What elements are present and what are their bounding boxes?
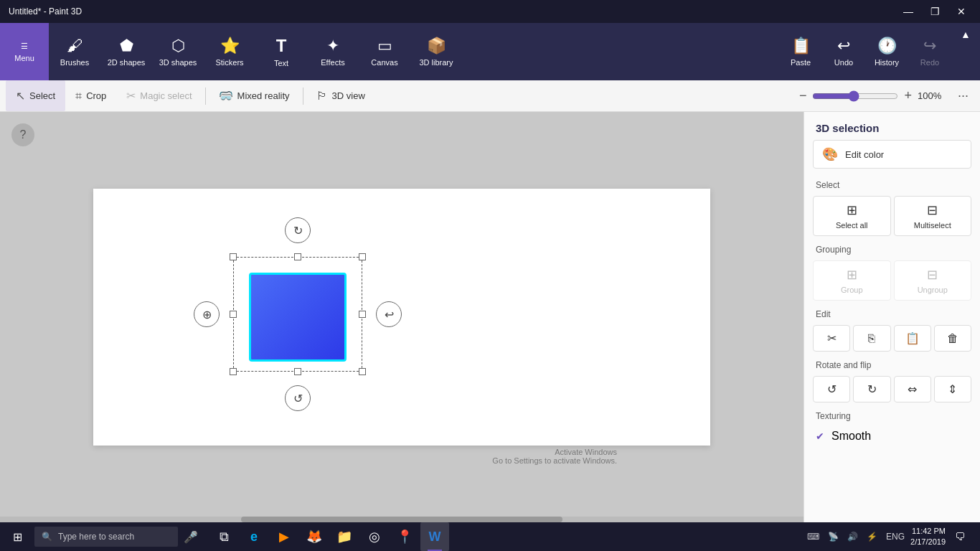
close-button[interactable]: ✕	[951, 3, 971, 20]
handle-top-right[interactable]	[359, 253, 366, 260]
menu-button[interactable]: ☰ Menu	[0, 23, 49, 80]
zoom-slider[interactable]	[812, 90, 898, 102]
clock-time: 11:42 PM	[910, 526, 946, 537]
system-clock[interactable]: 11:42 PM 2/17/2019	[910, 526, 946, 548]
mixed-reality-label: Mixed reality	[237, 90, 290, 101]
handle-bottom-left[interactable]	[230, 368, 237, 375]
paste-button[interactable]: 📋	[894, 325, 931, 352]
taskbar-search[interactable]: 🔍 Type here to search	[34, 527, 178, 547]
text-icon: T	[276, 36, 287, 56]
handle-mid-right[interactable]	[359, 311, 366, 318]
select-tool[interactable]: ↖ Select	[6, 80, 65, 111]
select-all-icon: ⊞	[847, 202, 857, 218]
language-indicator[interactable]: ENG	[883, 532, 908, 542]
panel-title: 3D selection	[804, 112, 980, 140]
multiselect-button[interactable]: ⊟ Multiselect	[894, 196, 972, 236]
paste-label: Paste	[791, 58, 811, 67]
start-button[interactable]: ⊞	[3, 522, 32, 551]
flip-vertical-icon: ⇕	[948, 382, 957, 396]
handle-top-left[interactable]	[230, 253, 237, 260]
canvas-white[interactable]: ↻ ⊕ ↩	[93, 189, 710, 446]
handle-top-mid[interactable]	[294, 253, 301, 260]
taskbar-task-view[interactable]: ⧉	[209, 522, 238, 551]
cut-icon: ✂	[827, 331, 837, 345]
toolbar-item-text[interactable]: T Text	[255, 23, 307, 80]
3d-view-tool[interactable]: 🏳 3D view	[306, 80, 375, 111]
battery-icon[interactable]: ⚡	[864, 532, 880, 542]
taskbar-maps[interactable]: 📍	[390, 522, 419, 551]
volume-icon[interactable]: 🔊	[844, 532, 861, 542]
group-label: Group	[841, 286, 863, 294]
cut-button[interactable]: ✂	[813, 325, 850, 352]
more-options-button[interactable]: ···	[952, 87, 974, 105]
flip-horizontal-button[interactable]: ⇔	[894, 376, 931, 402]
taskbar-file-explorer[interactable]: 📁	[330, 522, 359, 551]
task-view-icon: ⧉	[220, 529, 229, 545]
toolbar-item-3d-shapes[interactable]: ⬡ 3D shapes	[152, 23, 204, 80]
rotate-bottom-handle[interactable]: ↺	[285, 385, 311, 411]
copy-button[interactable]: ⎘	[853, 325, 890, 352]
main-toolbar: ☰ Menu 🖌 Brushes ⬟ 2D shapes ⬡ 3D shapes…	[0, 23, 980, 80]
handle-mid-left[interactable]	[230, 311, 237, 318]
rotate-right-button[interactable]: ↻	[853, 376, 890, 402]
side-handle-left[interactable]: ⊕	[194, 301, 220, 327]
canvas-icon: ▭	[377, 37, 392, 55]
toolbar-item-canvas[interactable]: ▭ Canvas	[359, 23, 410, 80]
help-button[interactable]: ?	[11, 123, 34, 146]
taskbar-firefox[interactable]: 🦊	[300, 522, 329, 551]
group-icon: ⊞	[847, 267, 857, 283]
magic-select-tool[interactable]: ✂ Magic select	[116, 80, 202, 111]
canvas-scrollbar[interactable]	[0, 517, 804, 522]
minimize-button[interactable]: —	[897, 3, 919, 20]
toolbar-redo[interactable]: ↪ Redo	[908, 23, 951, 80]
side-handle-right[interactable]: ↩	[376, 301, 402, 327]
zoom-in-button[interactable]: +	[904, 88, 912, 103]
toolbar-item-effects[interactable]: ✦ Effects	[307, 23, 359, 80]
zoom-out-button[interactable]: −	[799, 88, 807, 103]
3d-shapes-label: 3D shapes	[159, 58, 197, 67]
flip-vertical-button[interactable]: ⇕	[934, 376, 971, 402]
maximize-button[interactable]: ❐	[925, 3, 946, 20]
handle-bottom-right[interactable]	[359, 368, 366, 375]
toolbar-paste[interactable]: 📋 Paste	[779, 23, 822, 80]
group-button: ⊞ Group	[813, 260, 891, 301]
toolbar-item-3d-library[interactable]: 📦 3D library	[410, 23, 462, 80]
keyboard-icon[interactable]: ⌨	[804, 532, 822, 542]
toolbar-undo[interactable]: ↩ Undo	[822, 23, 865, 80]
select-all-button[interactable]: ⊞ Select all	[813, 196, 891, 236]
taskbar-chrome[interactable]: ◎	[360, 522, 389, 551]
toolbar-items: 🖌 Brushes ⬟ 2D shapes ⬡ 3D shapes ⭐ Stic…	[49, 23, 779, 80]
shape-container[interactable]: ↻ ⊕ ↩	[233, 257, 362, 372]
taskbar-edge[interactable]: e	[240, 522, 268, 551]
edge-icon: e	[250, 529, 258, 545]
toolbar-item-brushes[interactable]: 🖌 Brushes	[49, 23, 100, 80]
taskbar-word[interactable]: W	[420, 522, 449, 551]
undo-label: Undo	[834, 58, 853, 67]
delete-button[interactable]: 🗑	[934, 325, 971, 352]
rotate-left-button[interactable]: ↺	[813, 376, 850, 402]
rotate-top-handle[interactable]: ↻	[285, 217, 311, 243]
undo-icon: ↩	[837, 37, 850, 55]
crop-tool[interactable]: ⌗ Crop	[65, 80, 116, 111]
cortana-button[interactable]: 🎤	[178, 522, 204, 551]
multiselect-label: Multiselect	[914, 221, 951, 230]
mixed-reality-tool[interactable]: 🥽 Mixed reality	[209, 80, 300, 111]
toolbar-item-2d-shapes[interactable]: ⬟ 2D shapes	[100, 23, 152, 80]
flip-horizontal-icon: ⇔	[908, 382, 917, 396]
cortana-icon: 🎤	[184, 530, 198, 544]
magic-select-icon: ✂	[126, 89, 136, 103]
menu-icon: ☰	[21, 42, 28, 51]
network-icon[interactable]: 📡	[825, 532, 842, 542]
notification-center-button[interactable]: 🗨	[948, 522, 971, 551]
ungroup-label: Ungroup	[918, 286, 948, 294]
toolbar-history[interactable]: 🕐 History	[865, 23, 908, 80]
sub-divider-2	[303, 88, 303, 105]
collapse-panel-button[interactable]: ▲	[951, 23, 980, 80]
canvas-scrollbar-thumb[interactable]	[241, 517, 562, 522]
taskbar-vlc[interactable]: ▶	[270, 522, 298, 551]
ungroup-icon: ⊟	[927, 267, 938, 283]
canvas-label: Canvas	[371, 58, 397, 67]
edit-color-button[interactable]: 🎨 Edit color	[813, 140, 971, 169]
toolbar-item-stickers[interactable]: ⭐ Stickers	[204, 23, 255, 80]
handle-bottom-mid[interactable]	[294, 368, 301, 375]
